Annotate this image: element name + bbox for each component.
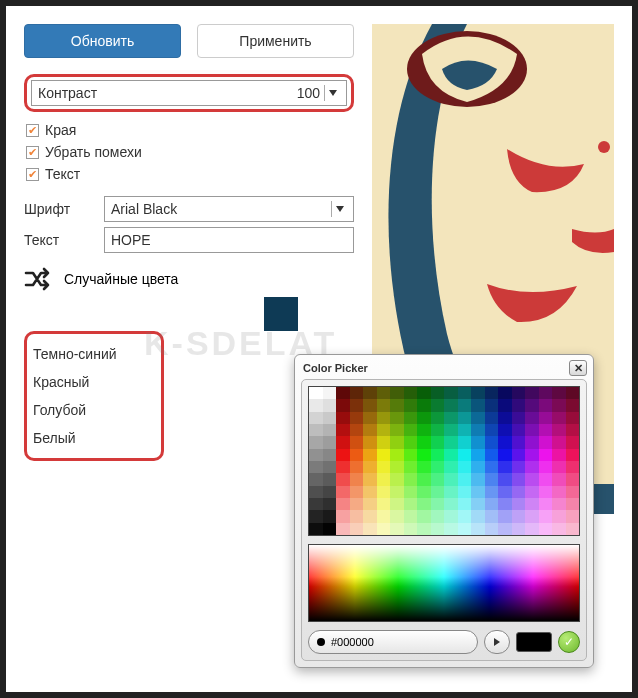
- refresh-button[interactable]: Обновить: [24, 24, 181, 58]
- close-icon: ✕: [574, 362, 583, 375]
- hex-input[interactable]: #000000: [308, 630, 478, 654]
- check-icon: ✔: [26, 124, 39, 137]
- contrast-value: 100: [179, 85, 320, 101]
- apply-color-button[interactable]: [484, 630, 510, 654]
- color-preview-swatch: [516, 632, 552, 652]
- color-item-white[interactable]: Белый: [33, 424, 155, 452]
- checkbox-noise-label: Убрать помехи: [45, 144, 142, 160]
- color-item-darkblue[interactable]: Темно-синий: [33, 340, 155, 368]
- color-picker-title: Color Picker: [303, 362, 368, 374]
- color-picker-dialog: Color Picker ✕ #000000 ✓: [294, 354, 594, 668]
- text-label: Текст: [24, 232, 104, 248]
- check-icon: ✓: [564, 635, 574, 649]
- chevron-down-icon: [324, 85, 340, 101]
- text-input-value: HOPE: [111, 232, 151, 248]
- check-icon: ✔: [26, 168, 39, 181]
- contrast-highlight: Контраст 100: [24, 74, 354, 112]
- dot-icon: [317, 638, 325, 646]
- color-item-blue[interactable]: Голубой: [33, 396, 155, 424]
- font-select[interactable]: Arial Black: [104, 196, 354, 222]
- confirm-button[interactable]: ✓: [558, 631, 580, 653]
- shuffle-label: Случайные цвета: [64, 271, 178, 287]
- checkbox-edges-label: Края: [45, 122, 76, 138]
- color-palette-grid[interactable]: [308, 386, 580, 536]
- font-label: Шрифт: [24, 201, 104, 217]
- close-button[interactable]: ✕: [569, 360, 587, 376]
- checkbox-noise[interactable]: ✔ Убрать помехи: [26, 144, 354, 160]
- color-gradient-area[interactable]: [308, 544, 580, 622]
- apply-button[interactable]: Применить: [197, 24, 354, 58]
- font-value: Arial Black: [111, 201, 327, 217]
- selected-color-swatch[interactable]: [264, 297, 298, 331]
- checkbox-text-label: Текст: [45, 166, 80, 182]
- contrast-label: Контраст: [38, 85, 179, 101]
- contrast-select[interactable]: Контраст 100: [31, 80, 347, 106]
- chevron-down-icon: [331, 201, 347, 217]
- svg-point-2: [598, 141, 610, 153]
- checkbox-text[interactable]: ✔ Текст: [26, 166, 354, 182]
- text-input[interactable]: HOPE: [104, 227, 354, 253]
- hex-value: #000000: [331, 636, 374, 648]
- color-item-red[interactable]: Красный: [33, 368, 155, 396]
- color-list-highlight: Темно-синий Красный Голубой Белый: [24, 331, 164, 461]
- checkbox-edges[interactable]: ✔ Края: [26, 122, 354, 138]
- check-icon: ✔: [26, 146, 39, 159]
- shuffle-icon[interactable]: [24, 267, 52, 291]
